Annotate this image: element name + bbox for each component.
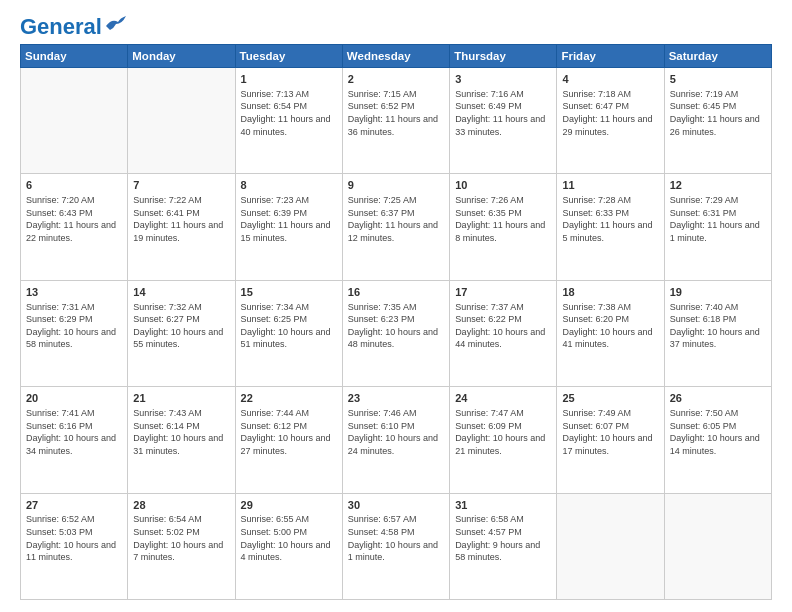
cell-info: Sunrise: 7:31 AMSunset: 6:29 PMDaylight:… [26,301,122,351]
cell-info: Sunrise: 7:37 AMSunset: 6:22 PMDaylight:… [455,301,551,351]
day-number: 23 [348,391,444,406]
calendar-cell: 22Sunrise: 7:44 AMSunset: 6:12 PMDayligh… [235,387,342,493]
calendar-cell: 11Sunrise: 7:28 AMSunset: 6:33 PMDayligh… [557,174,664,280]
day-number: 5 [670,72,766,87]
cell-info: Sunrise: 7:49 AMSunset: 6:07 PMDaylight:… [562,407,658,457]
calendar-cell: 5Sunrise: 7:19 AMSunset: 6:45 PMDaylight… [664,68,771,174]
calendar-cell: 27Sunrise: 6:52 AMSunset: 5:03 PMDayligh… [21,493,128,599]
calendar-cell: 14Sunrise: 7:32 AMSunset: 6:27 PMDayligh… [128,280,235,386]
calendar-cell [557,493,664,599]
calendar-cell [21,68,128,174]
day-number: 6 [26,178,122,193]
calendar-cell: 13Sunrise: 7:31 AMSunset: 6:29 PMDayligh… [21,280,128,386]
calendar-cell: 7Sunrise: 7:22 AMSunset: 6:41 PMDaylight… [128,174,235,280]
calendar-cell: 30Sunrise: 6:57 AMSunset: 4:58 PMDayligh… [342,493,449,599]
cell-info: Sunrise: 6:54 AMSunset: 5:02 PMDaylight:… [133,513,229,563]
day-number: 21 [133,391,229,406]
day-number: 4 [562,72,658,87]
cell-info: Sunrise: 7:16 AMSunset: 6:49 PMDaylight:… [455,88,551,138]
cell-info: Sunrise: 7:29 AMSunset: 6:31 PMDaylight:… [670,194,766,244]
calendar-week-row: 6Sunrise: 7:20 AMSunset: 6:43 PMDaylight… [21,174,772,280]
day-number: 1 [241,72,337,87]
day-number: 24 [455,391,551,406]
cell-info: Sunrise: 7:38 AMSunset: 6:20 PMDaylight:… [562,301,658,351]
calendar-cell: 26Sunrise: 7:50 AMSunset: 6:05 PMDayligh… [664,387,771,493]
calendar-week-row: 27Sunrise: 6:52 AMSunset: 5:03 PMDayligh… [21,493,772,599]
day-number: 9 [348,178,444,193]
day-number: 30 [348,498,444,513]
calendar-cell: 28Sunrise: 6:54 AMSunset: 5:02 PMDayligh… [128,493,235,599]
calendar-day-header: Tuesday [235,45,342,68]
day-number: 15 [241,285,337,300]
calendar-day-header: Monday [128,45,235,68]
calendar-table: SundayMondayTuesdayWednesdayThursdayFrid… [20,44,772,600]
calendar-cell: 3Sunrise: 7:16 AMSunset: 6:49 PMDaylight… [450,68,557,174]
calendar-cell: 16Sunrise: 7:35 AMSunset: 6:23 PMDayligh… [342,280,449,386]
cell-info: Sunrise: 6:52 AMSunset: 5:03 PMDaylight:… [26,513,122,563]
calendar-week-row: 1Sunrise: 7:13 AMSunset: 6:54 PMDaylight… [21,68,772,174]
day-number: 28 [133,498,229,513]
calendar-cell: 17Sunrise: 7:37 AMSunset: 6:22 PMDayligh… [450,280,557,386]
cell-info: Sunrise: 7:13 AMSunset: 6:54 PMDaylight:… [241,88,337,138]
cell-info: Sunrise: 7:26 AMSunset: 6:35 PMDaylight:… [455,194,551,244]
cell-info: Sunrise: 7:22 AMSunset: 6:41 PMDaylight:… [133,194,229,244]
calendar-cell: 23Sunrise: 7:46 AMSunset: 6:10 PMDayligh… [342,387,449,493]
calendar-cell: 9Sunrise: 7:25 AMSunset: 6:37 PMDaylight… [342,174,449,280]
calendar-cell [128,68,235,174]
day-number: 19 [670,285,766,300]
cell-info: Sunrise: 7:43 AMSunset: 6:14 PMDaylight:… [133,407,229,457]
day-number: 8 [241,178,337,193]
calendar-cell: 25Sunrise: 7:49 AMSunset: 6:07 PMDayligh… [557,387,664,493]
day-number: 3 [455,72,551,87]
calendar-cell: 21Sunrise: 7:43 AMSunset: 6:14 PMDayligh… [128,387,235,493]
day-number: 26 [670,391,766,406]
cell-info: Sunrise: 7:23 AMSunset: 6:39 PMDaylight:… [241,194,337,244]
calendar-cell: 20Sunrise: 7:41 AMSunset: 6:16 PMDayligh… [21,387,128,493]
calendar-day-header: Thursday [450,45,557,68]
cell-info: Sunrise: 6:57 AMSunset: 4:58 PMDaylight:… [348,513,444,563]
cell-info: Sunrise: 7:34 AMSunset: 6:25 PMDaylight:… [241,301,337,351]
logo-text: General [20,16,102,38]
day-number: 22 [241,391,337,406]
day-number: 7 [133,178,229,193]
calendar-cell: 18Sunrise: 7:38 AMSunset: 6:20 PMDayligh… [557,280,664,386]
calendar-cell: 10Sunrise: 7:26 AMSunset: 6:35 PMDayligh… [450,174,557,280]
calendar-cell [664,493,771,599]
day-number: 25 [562,391,658,406]
calendar-cell: 19Sunrise: 7:40 AMSunset: 6:18 PMDayligh… [664,280,771,386]
calendar-cell: 12Sunrise: 7:29 AMSunset: 6:31 PMDayligh… [664,174,771,280]
calendar-cell: 29Sunrise: 6:55 AMSunset: 5:00 PMDayligh… [235,493,342,599]
calendar-header-row: SundayMondayTuesdayWednesdayThursdayFrid… [21,45,772,68]
day-number: 27 [26,498,122,513]
cell-info: Sunrise: 7:41 AMSunset: 6:16 PMDaylight:… [26,407,122,457]
calendar-cell: 2Sunrise: 7:15 AMSunset: 6:52 PMDaylight… [342,68,449,174]
day-number: 20 [26,391,122,406]
calendar-day-header: Wednesday [342,45,449,68]
cell-info: Sunrise: 7:44 AMSunset: 6:12 PMDaylight:… [241,407,337,457]
calendar-cell: 15Sunrise: 7:34 AMSunset: 6:25 PMDayligh… [235,280,342,386]
calendar-week-row: 20Sunrise: 7:41 AMSunset: 6:16 PMDayligh… [21,387,772,493]
calendar-cell: 4Sunrise: 7:18 AMSunset: 6:47 PMDaylight… [557,68,664,174]
day-number: 14 [133,285,229,300]
cell-info: Sunrise: 7:40 AMSunset: 6:18 PMDaylight:… [670,301,766,351]
calendar-day-header: Sunday [21,45,128,68]
page: General SundayMondayTuesdayWednesdayThur… [0,0,792,612]
cell-info: Sunrise: 7:25 AMSunset: 6:37 PMDaylight:… [348,194,444,244]
calendar-day-header: Saturday [664,45,771,68]
cell-info: Sunrise: 7:47 AMSunset: 6:09 PMDaylight:… [455,407,551,457]
calendar-day-header: Friday [557,45,664,68]
cell-info: Sunrise: 6:55 AMSunset: 5:00 PMDaylight:… [241,513,337,563]
cell-info: Sunrise: 7:46 AMSunset: 6:10 PMDaylight:… [348,407,444,457]
cell-info: Sunrise: 7:20 AMSunset: 6:43 PMDaylight:… [26,194,122,244]
calendar-cell: 31Sunrise: 6:58 AMSunset: 4:57 PMDayligh… [450,493,557,599]
day-number: 2 [348,72,444,87]
cell-info: Sunrise: 7:18 AMSunset: 6:47 PMDaylight:… [562,88,658,138]
cell-info: Sunrise: 7:28 AMSunset: 6:33 PMDaylight:… [562,194,658,244]
cell-info: Sunrise: 6:58 AMSunset: 4:57 PMDaylight:… [455,513,551,563]
day-number: 18 [562,285,658,300]
calendar-cell: 24Sunrise: 7:47 AMSunset: 6:09 PMDayligh… [450,387,557,493]
calendar-cell: 6Sunrise: 7:20 AMSunset: 6:43 PMDaylight… [21,174,128,280]
day-number: 31 [455,498,551,513]
cell-info: Sunrise: 7:32 AMSunset: 6:27 PMDaylight:… [133,301,229,351]
calendar-week-row: 13Sunrise: 7:31 AMSunset: 6:29 PMDayligh… [21,280,772,386]
